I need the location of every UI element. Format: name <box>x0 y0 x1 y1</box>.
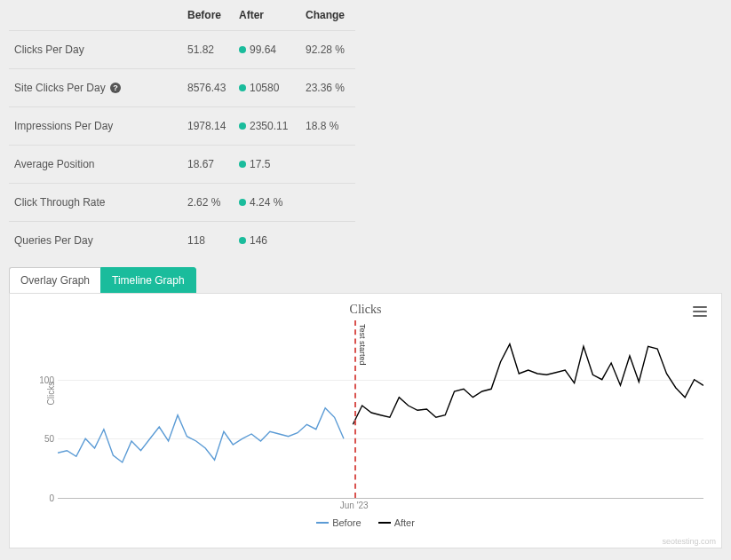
metric-name: Clicks Per Day <box>9 31 182 69</box>
test-start-divider <box>354 320 356 498</box>
metric-name: Queries Per Day <box>9 222 182 260</box>
change-value <box>300 184 355 222</box>
after-value: 2350.11 <box>234 107 300 146</box>
tab-timeline-graph[interactable]: Timeline Graph <box>100 267 196 294</box>
status-dot-icon <box>239 122 246 130</box>
before-value: 2.62 % <box>182 184 234 222</box>
status-dot-icon <box>239 199 246 206</box>
chart-lines <box>58 320 703 498</box>
change-value: 92.28 % <box>300 31 355 69</box>
change-value <box>300 222 355 260</box>
table-row: Site Clicks Per Day ?8576.431058023.36 % <box>9 69 355 107</box>
grid-line <box>58 498 703 499</box>
change-value <box>300 146 355 184</box>
metrics-table: Before After Change Clicks Per Day51.829… <box>9 0 355 259</box>
chart-legend: Before After <box>22 517 709 528</box>
graph-tabs: Overlay GraphTimeline Graph <box>9 266 722 293</box>
col-change: Change <box>300 0 355 31</box>
chart-title: Clicks <box>22 303 709 317</box>
status-dot-icon <box>239 84 246 91</box>
status-dot-icon <box>239 161 246 168</box>
metric-name: Site Clicks Per Day ? <box>9 69 182 107</box>
x-tick-label: Jun '23 <box>340 501 369 510</box>
chart-menu-icon[interactable] <box>693 306 707 319</box>
status-dot-icon <box>239 237 246 244</box>
before-value: 51.82 <box>182 31 234 69</box>
change-value: 18.8 % <box>300 107 355 146</box>
help-icon[interactable]: ? <box>110 83 121 93</box>
legend-before[interactable]: Before <box>316 517 363 528</box>
metric-name: Click Through Rate <box>9 184 182 222</box>
table-row: Impressions Per Day1978.142350.1118.8 % <box>9 107 355 146</box>
after-value: 4.24 % <box>234 184 300 222</box>
table-row: Clicks Per Day51.8299.6492.28 % <box>9 31 355 69</box>
y-tick-label: 50 <box>33 434 54 444</box>
after-value: 17.5 <box>234 146 300 184</box>
tab-overlay-graph[interactable]: Overlay Graph <box>9 267 100 294</box>
col-metric <box>9 0 182 31</box>
plot-area: Clicks 050100Test startedJun '23 <box>58 320 703 498</box>
before-value: 8576.43 <box>182 69 234 107</box>
before-value: 1978.14 <box>182 107 234 146</box>
change-value: 23.36 % <box>300 69 355 107</box>
y-tick-label: 100 <box>33 375 54 384</box>
after-value: 146 <box>234 222 300 260</box>
table-row: Average Position18.6717.5 <box>9 146 355 184</box>
chart-panel: Clicks Clicks 050100Test startedJun '23 … <box>9 293 722 548</box>
metric-name: Impressions Per Day <box>9 107 182 146</box>
metric-name: Average Position <box>9 146 182 184</box>
before-value: 118 <box>182 222 234 260</box>
status-dot-icon <box>239 46 246 53</box>
y-axis-label: Clicks <box>46 382 56 406</box>
after-value: 99.64 <box>234 31 300 69</box>
watermark: seotesting.com <box>662 537 716 546</box>
test-started-label: Test started <box>358 324 367 366</box>
col-after: After <box>234 0 300 31</box>
after-value: 10580 <box>234 69 300 107</box>
col-before: Before <box>182 0 234 31</box>
before-value: 18.67 <box>182 146 234 184</box>
legend-after[interactable]: After <box>378 517 415 528</box>
table-row: Click Through Rate2.62 %4.24 % <box>9 184 355 222</box>
y-tick-label: 0 <box>33 493 54 503</box>
table-row: Queries Per Day118146 <box>9 222 355 260</box>
